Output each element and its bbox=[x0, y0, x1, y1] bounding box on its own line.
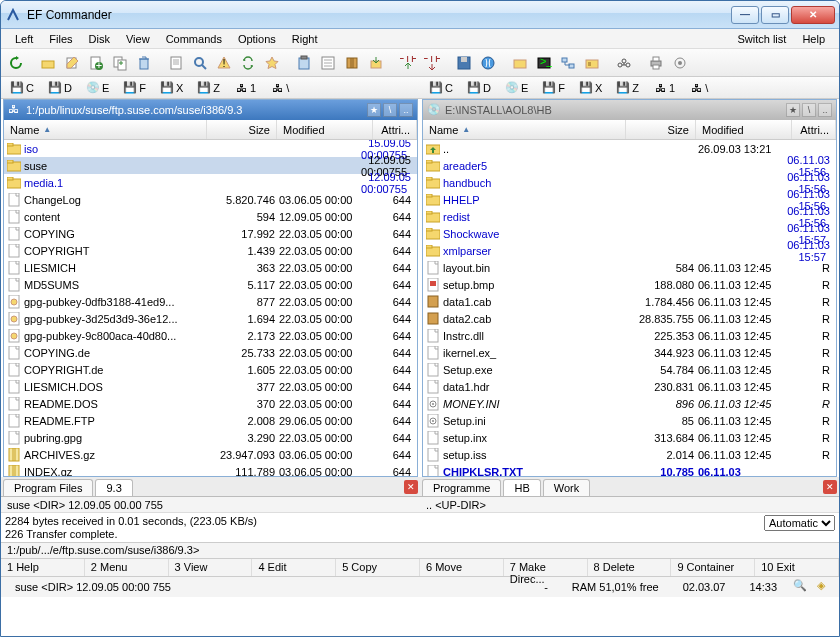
col-attr[interactable]: Attri... bbox=[792, 120, 836, 139]
menu-files[interactable]: Files bbox=[41, 31, 80, 47]
col-size[interactable]: Size bbox=[626, 120, 696, 139]
path-star-icon[interactable]: ★ bbox=[367, 103, 381, 117]
settings-icon[interactable] bbox=[669, 52, 691, 74]
file-row[interactable]: Instrc.dll225.35306.11.03 12:45R bbox=[423, 327, 836, 344]
left-path-bar[interactable]: 🖧 1:/pub/linux/suse/ftp.suse.com/suse/i3… bbox=[4, 100, 417, 120]
fkey-container[interactable]: 9 Container bbox=[671, 559, 755, 576]
col-size[interactable]: Size bbox=[207, 120, 277, 139]
fkey-menu[interactable]: 2 Menu bbox=[85, 559, 169, 576]
disk-icon[interactable] bbox=[453, 52, 475, 74]
file-row[interactable]: content59412.09.05 00:00644 bbox=[4, 208, 417, 225]
file-row[interactable]: README.DOS37022.03.05 00:00644 bbox=[4, 395, 417, 412]
tab-hb[interactable]: HB bbox=[503, 479, 540, 496]
menu-options[interactable]: Options bbox=[230, 31, 284, 47]
tab-programme[interactable]: Programme bbox=[422, 479, 501, 496]
file-row[interactable]: LIESMICH36322.03.05 00:00644 bbox=[4, 259, 417, 276]
drive-e-left[interactable]: 💿E bbox=[81, 79, 114, 97]
file-row[interactable]: Setup.exe54.78406.11.03 12:45R bbox=[423, 361, 836, 378]
new-file-icon[interactable]: + bbox=[85, 52, 107, 74]
newfolder-icon[interactable] bbox=[509, 52, 531, 74]
menu-help[interactable]: Help bbox=[794, 31, 833, 47]
tab-close-icon[interactable]: ✕ bbox=[823, 480, 837, 494]
drive-c-left[interactable]: 💾C bbox=[5, 79, 39, 97]
fkey-exit[interactable]: 10 Exit bbox=[755, 559, 839, 576]
edit-icon[interactable] bbox=[61, 52, 83, 74]
drive-c-right[interactable]: 💾C bbox=[424, 79, 458, 97]
file-row[interactable]: Setup.ini8506.11.03 12:45R bbox=[423, 412, 836, 429]
fkey-help[interactable]: 1 Help bbox=[1, 559, 85, 576]
col-name[interactable]: Name▲ bbox=[423, 120, 626, 139]
path-root-icon[interactable]: \ bbox=[383, 103, 397, 117]
command-line[interactable]: 1:/pub/.../e/ftp.suse.com/suse/i386/9.3> bbox=[1, 543, 839, 559]
file-row[interactable]: MONEY.INI89606.11.03 12:45R bbox=[423, 395, 836, 412]
drive-e-right[interactable]: 💿E bbox=[500, 79, 533, 97]
drive-1-right[interactable]: 🖧1 bbox=[648, 79, 680, 97]
tab-93[interactable]: 9.3 bbox=[95, 479, 132, 496]
network-icon[interactable] bbox=[557, 52, 579, 74]
drive-net-right[interactable]: 🖧\ bbox=[684, 79, 713, 97]
file-row[interactable]: CHIPKLSR.TXT10.78506.11.03 bbox=[423, 463, 836, 476]
encoding-select[interactable]: Automatic bbox=[764, 515, 835, 531]
menu-view[interactable]: View bbox=[118, 31, 158, 47]
file-row[interactable]: COPYRIGHT1.43922.03.05 00:00644 bbox=[4, 242, 417, 259]
drive-x-right[interactable]: 💾X bbox=[574, 79, 607, 97]
file-row[interactable]: data1.hdr230.83106.11.03 12:45R bbox=[423, 378, 836, 395]
file-row[interactable]: COPYING.de25.73322.03.05 00:00644 bbox=[4, 344, 417, 361]
file-row[interactable]: COPYRIGHT.de1.60522.03.05 00:00644 bbox=[4, 361, 417, 378]
browser-icon[interactable] bbox=[477, 52, 499, 74]
binoculars-icon[interactable]: 🔍 bbox=[793, 579, 809, 595]
file-row[interactable]: INDEX.gz111.78903.06.05 00:00644 bbox=[4, 463, 417, 476]
folder-open-icon[interactable] bbox=[37, 52, 59, 74]
file-row[interactable]: ChangeLog5.820.74603.06.05 00:00644 bbox=[4, 191, 417, 208]
warning-icon[interactable]: ! bbox=[213, 52, 235, 74]
file-row[interactable]: gpg-pubkey-3d25d3d9-36e12...1.69422.03.0… bbox=[4, 310, 417, 327]
fkey-mkdir[interactable]: 7 Make Direc... bbox=[504, 559, 588, 576]
users-icon[interactable] bbox=[613, 52, 635, 74]
drive-z-left[interactable]: 💾Z bbox=[192, 79, 225, 97]
tab-programfiles[interactable]: Program Files bbox=[3, 479, 93, 496]
drive-x-left[interactable]: 💾X bbox=[155, 79, 188, 97]
drive-d-left[interactable]: 💾D bbox=[43, 79, 77, 97]
print-icon[interactable] bbox=[645, 52, 667, 74]
path-root-icon[interactable]: \ bbox=[802, 103, 816, 117]
favorite-icon[interactable] bbox=[261, 52, 283, 74]
fkey-copy[interactable]: 5 Copy bbox=[336, 559, 420, 576]
file-row[interactable]: data1.cab1.784.45606.11.03 12:45R bbox=[423, 293, 836, 310]
delete-icon[interactable] bbox=[133, 52, 155, 74]
drive-f-right[interactable]: 💾F bbox=[537, 79, 570, 97]
menu-switchlist[interactable]: Switch list bbox=[729, 31, 794, 47]
path-up-icon[interactable]: .. bbox=[399, 103, 413, 117]
file-row[interactable]: MD5SUMS5.11722.03.05 00:00644 bbox=[4, 276, 417, 293]
path-up-icon[interactable]: .. bbox=[818, 103, 832, 117]
file-row[interactable]: data2.cab28.835.75506.11.03 12:45R bbox=[423, 310, 836, 327]
right-path-bar[interactable]: 💿 E:\INSTALL\AOL8\HB ★ \ .. bbox=[423, 100, 836, 120]
file-row[interactable]: COPYING17.99222.03.05 00:00644 bbox=[4, 225, 417, 242]
ftp-up-icon[interactable]: FTP bbox=[397, 52, 419, 74]
file-row[interactable]: pubring.gpg3.29022.03.05 00:00644 bbox=[4, 429, 417, 446]
refresh-icon[interactable] bbox=[5, 52, 27, 74]
file-row[interactable]: setup.bmp188.08006.11.03 12:45R bbox=[423, 276, 836, 293]
file-row[interactable]: gpg-pubkey-0dfb3188-41ed9...87722.03.05 … bbox=[4, 293, 417, 310]
drive-net-left[interactable]: 🖧\ bbox=[265, 79, 294, 97]
menu-left[interactable]: Left bbox=[7, 31, 41, 47]
file-row[interactable]: setup.inx313.68406.11.03 12:45R bbox=[423, 429, 836, 446]
archive-icon[interactable] bbox=[341, 52, 363, 74]
right-file-list[interactable]: ..26.09.03 13:21areader506.11.03 15:56ha… bbox=[423, 140, 836, 476]
file-row[interactable]: layout.bin58406.11.03 12:45R bbox=[423, 259, 836, 276]
extract-icon[interactable] bbox=[365, 52, 387, 74]
shield-icon[interactable]: ◈ bbox=[817, 579, 833, 595]
file-row[interactable]: media.112.09.05 00:00755 bbox=[4, 174, 417, 191]
drive-z-right[interactable]: 💾Z bbox=[611, 79, 644, 97]
file-row[interactable]: gpg-pubkey-9c800aca-40d80...2.17322.03.0… bbox=[4, 327, 417, 344]
fkey-delete[interactable]: 8 Delete bbox=[588, 559, 672, 576]
drive-f-left[interactable]: 💾F bbox=[118, 79, 151, 97]
list-icon[interactable] bbox=[317, 52, 339, 74]
file-row[interactable]: setup.iss2.01406.11.03 12:45R bbox=[423, 446, 836, 463]
menu-commands[interactable]: Commands bbox=[158, 31, 230, 47]
left-file-list[interactable]: iso15.09.05 00:00755suse12.09.05 00:0075… bbox=[4, 140, 417, 476]
tab-close-icon[interactable]: ✕ bbox=[404, 480, 418, 494]
menu-right[interactable]: Right bbox=[284, 31, 326, 47]
tree-icon[interactable] bbox=[581, 52, 603, 74]
file-row[interactable]: LIESMICH.DOS37722.03.05 00:00644 bbox=[4, 378, 417, 395]
col-name[interactable]: Name▲ bbox=[4, 120, 207, 139]
